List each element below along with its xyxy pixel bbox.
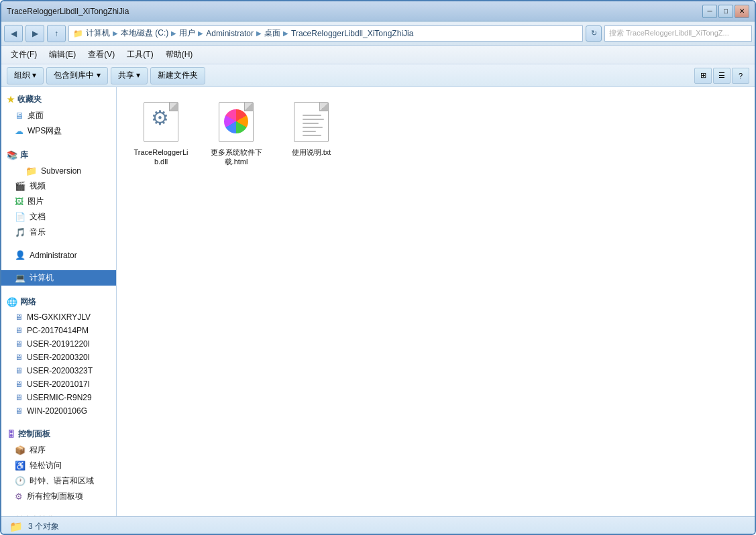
path-arrow-2: ▶ — [171, 29, 176, 37]
menu-help[interactable]: 帮助(H) — [160, 47, 199, 62]
sidebar-item-win-2020[interactable]: 🖥 WIN-20200106G — [1, 404, 116, 418]
admin-label: Administrator — [30, 251, 77, 260]
sidebar-item-clock-lang[interactable]: 🕐 时钟、语言和区域 — [1, 473, 116, 489]
control-panel-section: 🎛 控制面板 📦 程序 ♿ 轻松访问 🕐 时钟、语言和区域 ⚙ 所有控制面板项 — [1, 422, 116, 508]
sidebar-item-wps[interactable]: ☁ WPS网盘 — [1, 123, 116, 139]
more-label: 创建个性化... — [15, 514, 62, 516]
sidebar-item-programs[interactable]: 📦 程序 — [1, 442, 116, 458]
path-segment-5[interactable]: 桌面 — [264, 27, 280, 39]
sidebar-item-document[interactable]: 📄 文档 — [1, 209, 116, 225]
up-button[interactable]: ↑ — [47, 25, 66, 42]
sidebar-item-music[interactable]: 🎵 音乐 — [1, 225, 116, 240]
administrator-section: 👤 Administrator — [1, 244, 116, 266]
sidebar-item-user-202003b[interactable]: 🖥 USER-20200323T — [1, 364, 116, 377]
star-icon: ★ — [7, 95, 15, 105]
path-arrow-5: ▶ — [283, 29, 288, 37]
share-button[interactable]: 共享 ▾ — [111, 67, 148, 84]
music-icon: 🎵 — [15, 227, 25, 237]
sidebar-item-subversion[interactable]: 📁 Subversion — [1, 164, 116, 178]
control-panel-header[interactable]: 🎛 控制面板 — [1, 426, 116, 442]
search-box[interactable]: 搜索 TraceReloggerLibdll_XiTongZ... — [604, 25, 752, 42]
file-item-html[interactable]: 更多系统软件下载.html — [203, 98, 270, 171]
control-icon: 🎛 — [7, 429, 15, 439]
desktop-icon: 🖥 — [15, 111, 23, 121]
path-segment-2[interactable]: 本地磁盘 (C:) — [121, 27, 168, 39]
library-header[interactable]: 📚 库 — [1, 147, 116, 164]
net-item-label-1: MS-GXKIXRYJLV — [27, 312, 91, 322]
sidebar-item-administrator[interactable]: 👤 Administrator — [1, 248, 116, 262]
minimize-button[interactable]: ─ — [702, 5, 717, 18]
all-ctrl-icon: ⚙ — [15, 491, 23, 501]
path-folder-icon: 📁 — [73, 29, 83, 38]
net-item-label-3: USER-20191220I — [27, 339, 90, 349]
file-item-dll[interactable]: ⚙ TraceReloggerLib.dll — [127, 98, 195, 171]
net-item-icon-6: 🖥 — [15, 379, 23, 389]
sidebar-item-desktop[interactable]: 🖥 桌面 — [1, 108, 116, 123]
toolbar: 组织 ▾ 包含到库中 ▾ 共享 ▾ 新建文件夹 ⊞ ☰ ? — [1, 64, 755, 87]
control-label: 控制面板 — [18, 428, 50, 440]
net-item-icon-8: 🖥 — [15, 406, 23, 416]
favorites-header[interactable]: ★ 收藏夹 — [1, 91, 116, 108]
back-button[interactable]: ◀ — [4, 25, 23, 42]
address-bar: ◀ ▶ ↑ 📁 计算机 ▶ 本地磁盘 (C:) ▶ 用户 ▶ Administr… — [1, 21, 755, 46]
menu-edit[interactable]: 编辑(E) — [44, 47, 81, 62]
library-label: 库 — [20, 150, 28, 161]
view-list-button[interactable]: ☰ — [713, 68, 731, 84]
view-icon-button[interactable]: ⊞ — [694, 68, 712, 84]
maximize-button[interactable]: □ — [718, 5, 733, 18]
sidebar-item-usermic[interactable]: 🖥 USERMIC-R9N29 — [1, 391, 116, 404]
forward-button[interactable]: ▶ — [25, 25, 44, 42]
address-path[interactable]: 📁 计算机 ▶ 本地磁盘 (C:) ▶ 用户 ▶ Administrator ▶… — [68, 25, 583, 42]
clock-label: 时钟、语言和区域 — [30, 475, 94, 487]
refresh-button[interactable]: ↻ — [586, 25, 602, 42]
computer-section: 💻 计算机 — [1, 266, 116, 290]
sidebar-item-user-202010[interactable]: 🖥 USER-20201017I — [1, 377, 116, 391]
admin-icon: 👤 — [15, 250, 25, 260]
path-segment-3[interactable]: 用户 — [179, 27, 195, 39]
sidebar-item-customize[interactable]: 创建个性化... — [1, 512, 116, 516]
view-buttons: ⊞ ☰ ? — [694, 68, 749, 84]
path-segment-1[interactable]: 计算机 — [86, 27, 110, 39]
organize-button[interactable]: 组织 ▾ — [7, 67, 44, 84]
menu-bar: 文件(F) 编辑(E) 查看(V) 工具(T) 帮助(H) — [1, 46, 755, 64]
net-item-icon-3: 🖥 — [15, 339, 23, 349]
menu-tools[interactable]: 工具(T) — [121, 47, 158, 62]
doc-label: 文档 — [30, 211, 46, 223]
path-arrow-3: ▶ — [198, 29, 203, 37]
desktop-label: 桌面 — [28, 110, 44, 121]
access-icon: ♿ — [15, 461, 25, 471]
include-library-button[interactable]: 包含到库中 ▾ — [46, 67, 107, 84]
network-label: 网络 — [20, 296, 36, 308]
path-segment-4[interactable]: Administrator — [206, 29, 254, 38]
sidebar-item-ease-access[interactable]: ♿ 轻松访问 — [1, 458, 116, 473]
path-segment-6[interactable]: TraceReloggerLibdll_XiTongZhiJia — [291, 29, 413, 38]
prog-icon: 📦 — [15, 445, 25, 455]
sidebar-item-user-202003a[interactable]: 🖥 USER-20200320I — [1, 351, 116, 364]
sidebar-item-user-2019[interactable]: 🖥 USER-20191220I — [1, 337, 116, 351]
close-button[interactable]: ✕ — [735, 5, 749, 18]
menu-file[interactable]: 文件(F) — [5, 47, 42, 62]
sidebar-item-video[interactable]: 🎬 视频 — [1, 178, 116, 194]
wps-label: WPS网盘 — [28, 125, 62, 137]
net-item-label-2: PC-20170414PM — [27, 326, 89, 335]
sidebar-item-pc-2017[interactable]: 🖥 PC-20170414PM — [1, 324, 116, 337]
sidebar-item-all-control[interactable]: ⚙ 所有控制面板项 — [1, 489, 116, 504]
menu-view[interactable]: 查看(V) — [83, 47, 120, 62]
new-folder-label: 新建文件夹 — [158, 70, 198, 81]
sidebar-item-image[interactable]: 🖼 图片 — [1, 194, 116, 209]
new-folder-button[interactable]: 新建文件夹 — [150, 67, 205, 84]
window-title: TraceReloggerLibdll_XiTongZhiJia — [7, 7, 129, 16]
organize-label: 组织 ▾ — [14, 70, 36, 81]
status-bar: 📁 3 个对象 — [1, 516, 755, 535]
help-button[interactable]: ? — [732, 68, 749, 84]
title-bar: TraceReloggerLibdll_XiTongZhiJia ─ □ ✕ — [1, 1, 755, 21]
file-item-txt[interactable]: 使用说明.txt — [278, 98, 345, 171]
video-icon: 🎬 — [15, 181, 25, 191]
computer-label: 计算机 — [30, 272, 54, 284]
sidebar-item-computer[interactable]: 💻 计算机 — [1, 270, 116, 286]
dll-icon: ⚙ — [140, 102, 182, 145]
network-header[interactable]: 🌐 网络 — [1, 294, 116, 310]
library-section: 📚 库 📁 Subversion 🎬 视频 🖼 图片 📄 文档 🎵 音乐 — [1, 143, 116, 244]
main-area: ★ 收藏夹 🖥 桌面 ☁ WPS网盘 📚 库 📁 Subversion — [1, 87, 755, 516]
sidebar-item-ms-gxk[interactable]: 🖥 MS-GXKIXRYJLV — [1, 310, 116, 324]
